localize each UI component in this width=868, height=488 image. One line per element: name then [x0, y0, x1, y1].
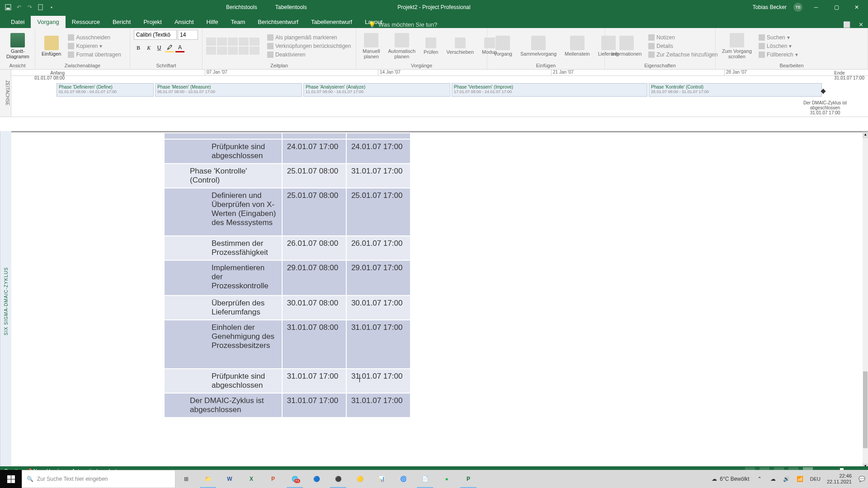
add-timeline-button[interactable]: Zur Zeitachse hinzufügen: [647, 51, 719, 58]
inspect-button[interactable]: Prüfen: [421, 37, 441, 56]
end-date-cell[interactable]: 31.01.07 17:00: [346, 320, 410, 369]
pct-100-icon[interactable]: [250, 38, 259, 46]
end-date-cell[interactable]: 31.01.07 17:00: [346, 393, 410, 418]
font-size-select[interactable]: [178, 30, 198, 40]
taskbar-clock[interactable]: 22:46 22.11.2021: [827, 473, 852, 485]
user-name[interactable]: Tobias Becker: [753, 4, 787, 10]
start-date-cell[interactable]: 29.01.07 08:00: [282, 260, 346, 296]
taskbar-search[interactable]: 🔍 Zur Suche Text hier eingeben: [22, 470, 175, 488]
task-button[interactable]: Vorgang: [491, 35, 515, 57]
task-name-cell[interactable]: Prüfpunkte sind abgeschlossen: [164, 369, 282, 393]
language-indicator[interactable]: DEU: [810, 475, 821, 483]
end-date-cell[interactable]: 26.01.07 17:00: [346, 236, 410, 260]
task-name-cell[interactable]: Definieren und Überprüfen von X-Werten (…: [164, 188, 282, 236]
app-icon[interactable]: 🌐73: [284, 470, 306, 488]
find-button[interactable]: Suchen ▾: [757, 34, 799, 41]
start-date-cell[interactable]: 26.01.07 08:00: [282, 236, 346, 260]
tab-ansicht[interactable]: Ansicht: [168, 16, 200, 28]
weather-widget[interactable]: ☁6°C Bewölkt: [712, 476, 750, 482]
font-name-select[interactable]: [134, 30, 177, 40]
tab-ressource[interactable]: Ressource: [66, 16, 106, 28]
task-name-cell[interactable]: Der DMAIC-Zyklus ist abgeschlossen: [164, 393, 282, 418]
tab-projekt[interactable]: Projekt: [137, 16, 168, 28]
task-name-cell[interactable]: Implementieren der Prozesskontrolle: [164, 260, 282, 296]
manual-schedule-button[interactable]: Manuell planen: [360, 32, 383, 60]
italic-button[interactable]: K: [144, 43, 153, 52]
app-icon-3[interactable]: 📊: [371, 470, 392, 488]
mark-on-track-button[interactable]: Als plangemäß markieren: [266, 34, 352, 41]
table-row[interactable]: Der DMAIC-Zyklus ist abgeschlossen31.01.…: [164, 393, 410, 418]
notes-button[interactable]: Notizen: [647, 34, 719, 41]
end-date-cell[interactable]: 31.01.07 17:00: [346, 164, 410, 188]
unlink-icon[interactable]: [239, 47, 249, 55]
maximize-icon[interactable]: ▢: [830, 3, 843, 12]
task-name-cell[interactable]: Einholen der Genehmigung des Prozessbesi…: [164, 320, 282, 369]
indent-icon[interactable]: [217, 47, 227, 55]
timeline-phase-bar[interactable]: Phase 'Verbessern' (Improve)17.01.07 08:…: [452, 83, 647, 97]
scroll-to-task-button[interactable]: Zum Vorgang scrollen: [719, 32, 755, 60]
close-icon[interactable]: ✕: [850, 3, 863, 12]
underline-button[interactable]: U: [155, 43, 164, 52]
information-button[interactable]: Informationen: [609, 35, 644, 57]
tab-datei[interactable]: Datei: [5, 16, 31, 28]
copy-button[interactable]: Kopieren ▾: [66, 42, 122, 50]
table-row[interactable]: Definieren und Überprüfen von X-Werten (…: [164, 188, 410, 236]
save-icon[interactable]: [5, 4, 12, 11]
font-color-button[interactable]: A: [175, 43, 184, 52]
tell-me-search[interactable]: 💡 Was möchten Sie tun?: [368, 21, 437, 28]
notepad-icon[interactable]: 📄: [414, 470, 436, 488]
edge-icon[interactable]: 🌀: [392, 470, 414, 488]
end-date-cell[interactable]: 29.01.07 17:00: [346, 260, 410, 296]
scroll-thumb[interactable]: [863, 371, 868, 448]
start-date-cell[interactable]: 25.01.07 08:00: [282, 164, 346, 188]
tool-tab-reports[interactable]: Berichtstools: [226, 4, 257, 10]
tab-hilfe[interactable]: Hilfe: [200, 16, 225, 28]
end-date-cell[interactable]: 31.01.07 17:00: [346, 369, 410, 393]
fill-color-button[interactable]: 🖍: [165, 43, 174, 52]
table-row[interactable]: Prüfpunkte sind abgeschlossen24.01.07 17…: [164, 139, 410, 164]
redo-icon[interactable]: ↷: [26, 4, 33, 11]
timeline-phase-bar[interactable]: Phase 'Analysieren' (Analyze)11.01.07 08…: [303, 83, 450, 97]
end-date-cell[interactable]: 24.01.07 17:00: [346, 139, 410, 164]
undo-icon[interactable]: ↶: [15, 4, 23, 11]
details-button[interactable]: Details: [647, 42, 719, 50]
start-date-cell[interactable]: 31.01.07 17:00: [282, 393, 346, 418]
fill-button[interactable]: Füllbereich ▾: [757, 51, 799, 58]
timeline-phase-bar[interactable]: Phase 'Messen' (Measure)05.01.07 08:00 -…: [155, 83, 302, 97]
notification-icon[interactable]: 💬: [858, 475, 865, 483]
vertical-scrollbar[interactable]: ▴ ▾: [863, 132, 868, 470]
end-date-cell[interactable]: 25.01.07 17:00: [346, 188, 410, 236]
close-window-icon[interactable]: ✕: [859, 21, 863, 28]
volume-icon[interactable]: 🔊: [783, 475, 790, 483]
file-explorer-icon[interactable]: 📁: [197, 470, 219, 488]
chrome-icon[interactable]: 🔵: [306, 470, 327, 488]
end-date-cell[interactable]: 30.01.07 17:00: [346, 296, 410, 320]
cut-button[interactable]: Ausschneiden: [66, 34, 122, 41]
obs-icon[interactable]: ⚫: [327, 470, 349, 488]
ribbon-display-icon[interactable]: ⬜: [843, 21, 850, 28]
timeline-side-label[interactable]: ZEITACHSE: [0, 70, 11, 117]
minimize-icon[interactable]: ─: [809, 3, 823, 12]
split-icon[interactable]: [250, 47, 259, 55]
table-row[interactable]: Überprüfen des Lieferumfangs30.01.07 08:…: [164, 296, 410, 320]
tab-berichtsentwurf[interactable]: Berichtsentwurf: [251, 16, 305, 28]
start-date-cell[interactable]: 24.01.07 17:00: [282, 139, 346, 164]
auto-schedule-button[interactable]: Automatisch planen: [386, 32, 419, 60]
task-name-cell[interactable]: Prüfpunkte sind abgeschlossen: [164, 139, 282, 164]
tool-tab-tables[interactable]: Tabellentools: [275, 4, 307, 10]
task-name-cell[interactable]: Bestimmen der Prozessfähigkeit: [164, 236, 282, 260]
tab-vorgang[interactable]: Vorgang: [31, 16, 65, 28]
table-row[interactable]: Prüfpunkte sind abgeschlossen31.01.07 17…: [164, 369, 410, 393]
report-canvas[interactable]: Prüfpunkte sind abgeschlossen24.01.07 17…: [11, 131, 868, 472]
start-date-cell[interactable]: 31.01.07 17:00: [282, 369, 346, 393]
network-icon[interactable]: 📶: [797, 475, 804, 483]
milestone-button[interactable]: Meilenstein: [562, 35, 593, 57]
outdent-icon[interactable]: [206, 47, 216, 55]
new-doc-icon[interactable]: [37, 4, 44, 11]
start-date-cell[interactable]: 25.01.07 08:00: [282, 188, 346, 236]
bold-button[interactable]: B: [134, 43, 143, 52]
view-side-label[interactable]: SIX SIGMA-DMAIC-ZYKLUS: [0, 131, 11, 472]
task-table[interactable]: Prüfpunkte sind abgeschlossen24.01.07 17…: [164, 132, 411, 418]
start-date-cell[interactable]: 31.01.07 08:00: [282, 320, 346, 369]
powerpoint-icon[interactable]: P: [262, 470, 284, 488]
